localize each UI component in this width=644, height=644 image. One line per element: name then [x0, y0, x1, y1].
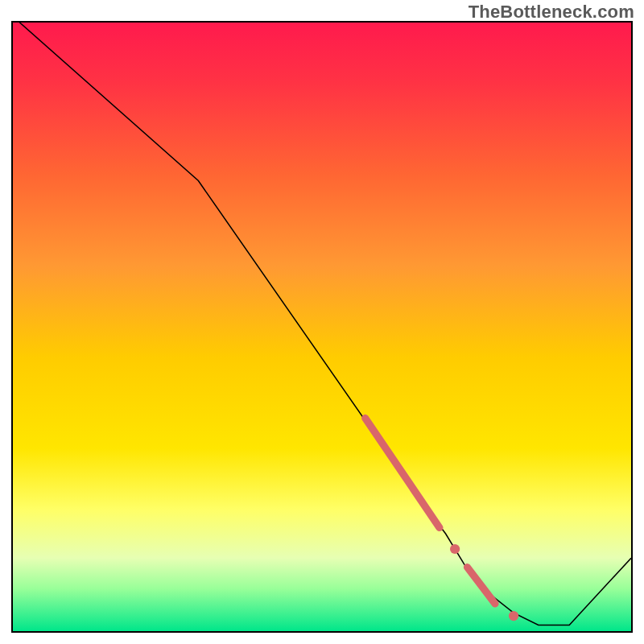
chart-svg: [13, 23, 631, 631]
watermark-text: TheBottleneck.com: [469, 2, 634, 23]
marker-dot-1: [450, 544, 460, 554]
plot-area: [11, 21, 633, 633]
chart-container: TheBottleneck.com: [0, 0, 644, 644]
bottleneck-curve-line: [13, 23, 631, 625]
marker-segment-long: [365, 418, 440, 527]
marker-dot-2: [509, 611, 518, 621]
marker-segment-short: [467, 568, 495, 604]
